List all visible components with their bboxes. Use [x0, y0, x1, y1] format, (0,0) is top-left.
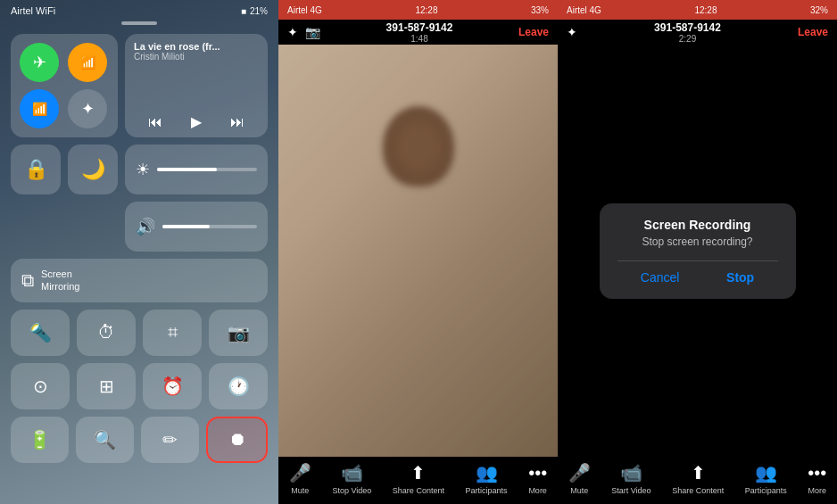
stop-video-button[interactable]: 📹 Stop Video — [332, 462, 371, 495]
music-controls: ⏮ ▶ ⏭ — [134, 113, 259, 130]
orientation-lock-button[interactable]: 🔒 — [11, 145, 61, 194]
mute-button[interactable]: 🎤 Mute — [289, 462, 311, 495]
sr-share-content-button[interactable]: ⬆ Share Content — [672, 462, 724, 495]
control-grid: ✈ 📶 📶 ✦ La vie en rose (fr... Cristin Mi… — [0, 25, 278, 472]
sr-start-video-label: Start Video — [611, 486, 651, 495]
screen-record-button[interactable]: ⏺ — [206, 417, 268, 463]
bluetooth-icon: ✦ — [81, 99, 95, 119]
more-button[interactable]: ••• More — [528, 463, 547, 495]
airplane-icon: ✈ — [33, 53, 46, 72]
moon-icon: 🌙 — [81, 158, 105, 181]
sr-call-info: 391-587-9142 2:29 — [654, 21, 721, 44]
share-content-button[interactable]: ⬆ Share Content — [393, 462, 444, 495]
sr-status-bar: Airtel 4G 12:28 32% — [558, 0, 837, 20]
battery-widget-button[interactable]: 🔋 — [11, 417, 69, 463]
vc-bottom-bar: 🎤 Mute 📹 Stop Video ⬆ Share Content 👥 Pa… — [278, 457, 558, 504]
row-controls: 🔒 🌙 ☀ 🔊 — [11, 145, 268, 252]
music-artist: Cristin Milioti — [134, 52, 259, 62]
sr-participants-icon: 👥 — [755, 462, 777, 483]
sr-start-video-button[interactable]: 📹 Start Video — [611, 462, 651, 495]
previous-track-button[interactable]: ⏮ — [148, 114, 162, 130]
dialog-cancel-button[interactable]: Cancel — [623, 270, 698, 285]
sr-battery: 32% — [810, 5, 828, 15]
battery-widget-icon: 🔋 — [29, 429, 51, 450]
sr-call-icons: ✦ — [567, 25, 577, 39]
dialog-stop-button[interactable]: Stop — [709, 270, 772, 285]
do-not-disturb-button[interactable]: 🌙 — [68, 145, 118, 194]
flashlight-icon: 🔦 — [29, 322, 52, 343]
sr-more-label: More — [808, 486, 826, 495]
music-tile[interactable]: La vie en rose (fr... Cristin Milioti ⏮ … — [125, 34, 268, 137]
sr-carrier: Airtel 4G — [567, 5, 601, 15]
qr-scanner-button[interactable]: ⊞ — [77, 363, 136, 409]
play-pause-button[interactable]: ▶ — [191, 113, 202, 130]
dialog-title: Screen Recording — [617, 218, 778, 232]
cellular-button[interactable]: 📶 — [68, 43, 107, 82]
notes-icon: ✏ — [162, 429, 178, 450]
sr-black-background: Screen Recording Stop screen recording? … — [558, 45, 837, 457]
volume-slider[interactable]: 🔊 — [125, 202, 268, 252]
vc-status-bar: Airtel 4G 12:28 33% — [278, 0, 558, 20]
vc-call-bar: ✦ 📷 391-587-9142 1:48 Leave — [278, 20, 558, 45]
sr-participants-label: Participants — [745, 486, 787, 495]
brightness-track — [157, 168, 257, 171]
accessibility-icon: ⊙ — [33, 376, 48, 397]
sr-leave-button[interactable]: Leave — [798, 26, 828, 38]
dialog-message: Stop screen recording? — [617, 235, 778, 248]
screen-mirroring-button[interactable]: ⧉ ScreenMirroring — [11, 259, 268, 302]
sr-share-icon: ⬆ — [691, 462, 706, 483]
music-title: La vie en rose (fr... — [134, 41, 259, 52]
battery-area: ■ 21% — [241, 6, 268, 16]
flashlight-button[interactable]: 🔦 — [11, 310, 70, 356]
sr-more-button[interactable]: ••• More — [808, 463, 826, 495]
mute-icon: 🎤 — [289, 462, 311, 483]
timer-icon: ⏱ — [97, 322, 115, 343]
sr-mute-button[interactable]: 🎤 Mute — [568, 462, 591, 495]
timer-button[interactable]: ⏱ — [77, 310, 136, 356]
status-bar: Airtel WiFi ■ 21% — [0, 0, 278, 20]
vc-call-timer: 1:48 — [386, 34, 453, 44]
brightness-fill — [157, 168, 217, 171]
participants-button[interactable]: 👥 Participants — [466, 462, 508, 495]
sr-share-label: Share Content — [672, 486, 724, 495]
calculator-button[interactable]: ⌗ — [143, 310, 202, 356]
sr-mute-label: Mute — [570, 486, 588, 495]
screen-mirroring-label: ScreenMirroring — [41, 268, 79, 293]
vc-bluetooth-icon: ✦ — [287, 25, 298, 39]
notes-button[interactable]: ✏ — [141, 417, 199, 463]
camera-button[interactable]: 📷 — [209, 310, 268, 356]
qr-icon: ⊞ — [99, 376, 114, 397]
vc-call-info: 391-587-9142 1:48 — [386, 21, 453, 44]
brightness-slider[interactable]: ☀ — [125, 145, 268, 194]
control-center-panel: Airtel WiFi ■ 21% ✈ 📶 📶 ✦ — [0, 0, 278, 504]
connectivity-tile: ✈ 📶 📶 ✦ — [11, 34, 118, 137]
sr-call-number: 391-587-9142 — [654, 21, 721, 34]
volume-fill — [162, 225, 210, 228]
share-icon: ⬆ — [410, 462, 426, 483]
participants-label: Participants — [466, 486, 508, 495]
sr-participants-button[interactable]: 👥 Participants — [745, 462, 787, 495]
vc-battery: 33% — [531, 5, 549, 15]
next-track-button[interactable]: ⏭ — [230, 114, 244, 130]
airplane-mode-button[interactable]: ✈ — [20, 43, 59, 82]
lock-icon: ■ — [241, 6, 246, 16]
brightness-icon: ☀ — [136, 160, 150, 179]
vc-leave-button[interactable]: Leave — [518, 26, 549, 38]
bluetooth-button[interactable]: ✦ — [68, 89, 107, 128]
zoom-button[interactable]: 🔍 — [76, 417, 134, 463]
notch-bar — [121, 21, 157, 25]
row-connectivity-music: ✈ 📶 📶 ✦ La vie en rose (fr... Cristin Mi… — [11, 34, 268, 137]
battery-label: 21% — [250, 6, 268, 16]
row-icons-1: 🔦 ⏱ ⌗ 📷 — [11, 310, 268, 356]
screen-record-icon: ⏺ — [228, 429, 246, 450]
sr-bluetooth-icon: ✦ — [567, 25, 577, 39]
wifi-button[interactable]: 📶 — [20, 89, 59, 128]
accessibility-button[interactable]: ⊙ — [11, 363, 70, 409]
more-icon: ••• — [528, 463, 547, 483]
alarm-icon: ⏰ — [162, 376, 184, 397]
sr-call-timer: 2:29 — [654, 34, 721, 44]
screen-recording-dialog: Screen Recording Stop screen recording? … — [600, 203, 796, 299]
clock-button[interactable]: 🕐 — [209, 363, 268, 409]
dialog-buttons: Cancel Stop — [617, 260, 778, 285]
alarm-button[interactable]: ⏰ — [143, 363, 202, 409]
